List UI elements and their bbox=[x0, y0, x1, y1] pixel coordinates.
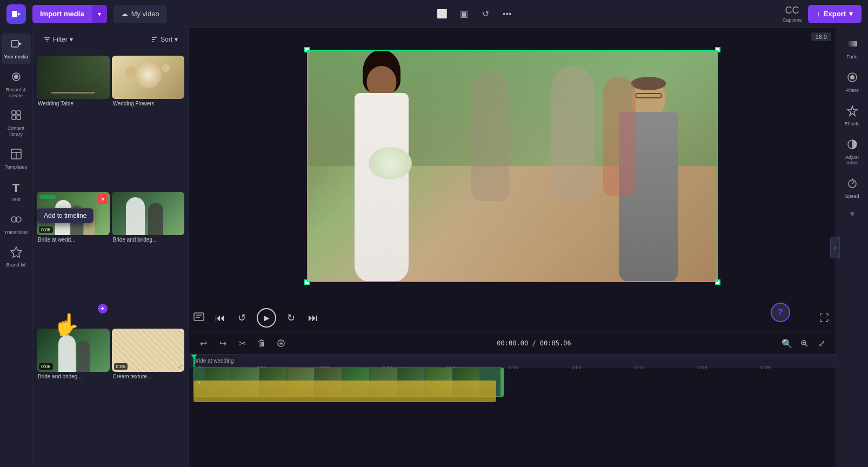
right-tool-filters[interactable]: Filters bbox=[838, 67, 867, 97]
media-item-wedding-flowers[interactable]: Wedding Flowers bbox=[112, 56, 185, 190]
brand-kit-icon bbox=[10, 246, 22, 261]
timeline-toolbar: ↩ ↪ ✂ 🗑 00:00.00 / 00:05.06 🔍 ⤢ bbox=[189, 332, 836, 355]
wedding-flowers-thumb bbox=[112, 56, 185, 99]
rewind-button[interactable]: ↺ bbox=[236, 310, 248, 326]
filter-chevron: ▾ bbox=[70, 36, 73, 43]
export-label: Export bbox=[824, 10, 846, 18]
sidebar-item-text[interactable]: T Text bbox=[2, 177, 31, 207]
import-media-main[interactable]: Import media bbox=[32, 5, 92, 23]
add-audio-button[interactable] bbox=[273, 336, 289, 351]
import-media-dropdown[interactable]: ▾ bbox=[92, 5, 107, 23]
add-to-timeline-tooltip[interactable]: Add to timeline bbox=[37, 208, 94, 223]
audio-track-container bbox=[189, 381, 836, 385]
bride-brideg-1-label: Bride and brideg... bbox=[112, 235, 185, 244]
svg-rect-8 bbox=[12, 116, 16, 119]
app-logo bbox=[6, 4, 26, 24]
my-video-tab[interactable]: ☁ My video bbox=[113, 5, 167, 23]
captions-label: Captions bbox=[783, 17, 802, 23]
cream-duration: 0:05 bbox=[114, 363, 128, 370]
right-tool-effects[interactable]: Effects bbox=[838, 101, 867, 131]
templates-label: Templates bbox=[5, 164, 27, 170]
adjust-colors-icon bbox=[846, 138, 858, 153]
preview-frame bbox=[307, 50, 718, 282]
crop-tool-btn[interactable]: ⬜ bbox=[433, 5, 451, 23]
content-library-icon bbox=[10, 109, 22, 124]
panel-scroll-down[interactable]: ▾ bbox=[848, 206, 857, 221]
audio-track-clip[interactable] bbox=[193, 381, 496, 402]
bride-add-button[interactable]: + bbox=[98, 304, 108, 313]
corner-handle-tr[interactable] bbox=[715, 47, 720, 52]
media-item-bride-at-wedding[interactable]: 0:06 ✕ + Add to timeline Bride at wedd..… bbox=[37, 192, 110, 326]
right-sidebar: Fade Filters Effects bbox=[836, 28, 868, 467]
redo-button[interactable]: ↪ bbox=[215, 336, 230, 351]
import-media-button[interactable]: Import media ▾ bbox=[32, 5, 107, 23]
timeline-tracks: 0:00 0:01 0:02 0:03 0:04 0:05 0:06 0:07 … bbox=[189, 355, 836, 467]
zoom-out-button[interactable]: 🔍 bbox=[779, 336, 794, 351]
text-icon: T bbox=[12, 181, 19, 195]
caption-overlay-button[interactable] bbox=[193, 312, 204, 323]
svg-point-34 bbox=[850, 75, 854, 79]
fade-label: Fade bbox=[846, 54, 858, 59]
svg-rect-2 bbox=[11, 41, 18, 47]
effects-icon bbox=[846, 105, 858, 119]
wedding-table-thumb bbox=[37, 56, 110, 99]
skip-back-button[interactable]: ⏮ bbox=[213, 310, 227, 326]
video-track-label: Bride at wedding bbox=[193, 358, 234, 364]
bride-brideg-2-duration: 0:06 bbox=[39, 363, 53, 370]
sort-chevron: ▾ bbox=[175, 36, 178, 43]
sidebar-item-your-media[interactable]: Your media bbox=[2, 34, 31, 64]
corner-handle-tl[interactable] bbox=[304, 47, 310, 52]
sort-button[interactable]: Sort ▾ bbox=[146, 34, 182, 45]
right-tool-adjust-colors[interactable]: Adjust colors bbox=[838, 134, 867, 170]
captions-button[interactable]: CC Captions bbox=[783, 5, 802, 23]
svg-rect-32 bbox=[847, 41, 857, 46]
more-tools-btn[interactable]: ••• bbox=[498, 5, 516, 23]
text-label: Text bbox=[11, 197, 21, 203]
svg-point-5 bbox=[14, 75, 18, 79]
export-button[interactable]: ↑ Export ▾ bbox=[808, 5, 862, 23]
aspect-ratio-badge: 16:9 bbox=[811, 32, 831, 41]
adjust-colors-label: Adjust colors bbox=[840, 155, 865, 165]
svg-marker-35 bbox=[847, 106, 857, 116]
trim-tool-btn[interactable]: ▣ bbox=[455, 5, 472, 23]
rotate-tool-btn[interactable]: ↺ bbox=[477, 5, 494, 23]
media-item-bride-brideg-2[interactable]: 0:06 Bride and brideg... bbox=[37, 329, 110, 463]
sidebar-item-templates[interactable]: Templates bbox=[2, 144, 31, 175]
playhead[interactable] bbox=[193, 355, 195, 367]
help-button[interactable]: ? bbox=[771, 303, 790, 322]
corner-handle-bl[interactable] bbox=[304, 279, 310, 285]
video-preview-area: 16:9 bbox=[189, 28, 836, 332]
skip-forward-button[interactable]: ⏭ bbox=[306, 310, 320, 326]
sidebar-item-transitions[interactable]: Transitions bbox=[2, 209, 31, 240]
forward-button[interactable]: ↻ bbox=[285, 310, 297, 326]
svg-rect-6 bbox=[12, 111, 16, 115]
right-tool-fade[interactable]: Fade bbox=[838, 34, 867, 64]
sidebar-item-content-library[interactable]: Content library bbox=[2, 105, 31, 142]
speed-label: Speed bbox=[845, 194, 859, 199]
svg-line-29 bbox=[805, 344, 807, 346]
cream-texture-label: Cream texture... bbox=[112, 372, 185, 381]
undo-button[interactable]: ↩ bbox=[196, 336, 211, 351]
zoom-in-button[interactable] bbox=[797, 336, 812, 351]
filters-icon bbox=[846, 71, 858, 86]
fullscreen-button[interactable]: ⛶ bbox=[817, 310, 831, 326]
speed-icon bbox=[846, 177, 858, 192]
play-button[interactable]: ▶ bbox=[257, 308, 276, 328]
corner-handle-br[interactable] bbox=[715, 279, 720, 285]
panel-collapse-button[interactable]: ‹ bbox=[830, 237, 840, 258]
right-tool-speed[interactable]: Speed bbox=[838, 173, 867, 203]
media-item-wedding-table[interactable]: Wedding Table bbox=[37, 56, 110, 190]
cut-button[interactable]: ✂ bbox=[235, 336, 250, 351]
fit-timeline-button[interactable]: ⤢ bbox=[814, 336, 829, 351]
media-item-cream-texture[interactable]: 0:05 ⤢ Cream texture... bbox=[112, 329, 185, 463]
filter-button[interactable]: Filter ▾ bbox=[39, 34, 77, 45]
wedding-table-label: Wedding Table bbox=[37, 99, 110, 108]
delete-button[interactable]: 🗑 bbox=[254, 336, 269, 351]
bride-delete-button[interactable]: ✕ bbox=[98, 194, 108, 204]
fade-icon bbox=[846, 38, 858, 52]
sidebar-item-brand-kit[interactable]: Brand kit bbox=[2, 242, 31, 272]
templates-icon bbox=[10, 148, 22, 163]
bride-brideg-2-thumb: 0:06 bbox=[37, 329, 110, 372]
media-item-bride-brideg-1[interactable]: Bride and brideg... bbox=[112, 192, 185, 326]
sidebar-item-record-create[interactable]: Record & create bbox=[2, 66, 31, 103]
